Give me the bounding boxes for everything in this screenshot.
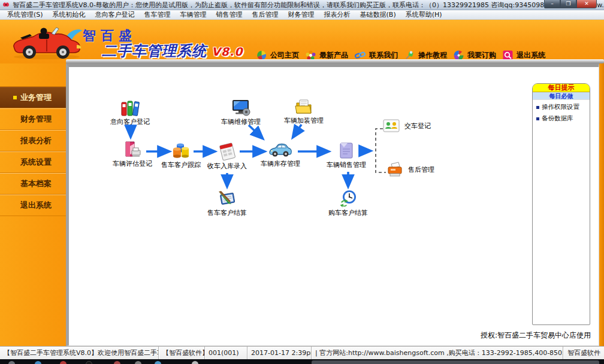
maximize-button[interactable]: ❐ — [560, 0, 576, 8]
magnifier-icon — [503, 50, 513, 60]
menu-finance[interactable]: 财务管理 — [283, 10, 319, 19]
app-icon — [2, 1, 10, 8]
minimize-button[interactable]: – — [544, 0, 560, 8]
sidebar-item-label: 基本档案 — [20, 178, 52, 189]
taskbar-icon[interactable] — [192, 361, 198, 364]
taskbar-icon[interactable] — [114, 361, 120, 364]
folder-printer-icon — [107, 140, 158, 158]
sidebar-item-settings[interactable]: 系统设置 — [0, 151, 66, 172]
sidebar-item-reports[interactable]: 报表分析 — [0, 129, 66, 151]
menu-bar: 系统管理(S) 系统初始化 意向客户登记 售车管理 车辆管理 销售管理 售后管理… — [0, 10, 604, 20]
quicklink-label: 公司主页 — [270, 50, 299, 60]
quicklink-label: 退出系统 — [517, 50, 545, 60]
flow-node-label: 意向客户登记 — [105, 117, 155, 126]
brand-product-title: 二手车管理系统V8.0 — [102, 41, 243, 60]
flow-node-label: 车辆评估登记 — [107, 159, 158, 168]
sidebar-nav: 业务管理 财务管理 报表分析 系统设置 基本档案 退出系统 — [0, 63, 66, 346]
flow-node-label: 售车客户跟踪 — [156, 160, 206, 169]
quicklink-order[interactable]: 我要订购 — [454, 50, 496, 60]
status-brand: 智百盛软件 — [563, 347, 604, 359]
flow-node-delivery-register[interactable]: 交车登记 — [383, 119, 431, 133]
status-operator-code: 001(001) — [205, 347, 247, 359]
pie-chart-icon — [256, 50, 267, 60]
sidebar-divider — [0, 216, 66, 216]
flow-node-label: 售车客户结算 — [202, 208, 252, 217]
sidebar-item-archives[interactable]: 基本档案 — [0, 172, 66, 194]
menu-sales[interactable]: 销售管理 — [212, 10, 247, 19]
flow-node-label: 收车入库录入 — [202, 162, 252, 171]
menu-intent-customer[interactable]: 意向客户登记 — [90, 10, 140, 19]
notebook-pen-icon — [202, 189, 252, 207]
windows-taskbar[interactable] — [0, 359, 604, 364]
window-title: 智百盛二手车管理系统V8.0-尊敬的用户：您使用的是试用版，为防止盗版，软件留有… — [13, 1, 604, 10]
sidebar-item-exit[interactable]: 退出系统 — [0, 194, 66, 216]
database-icon — [156, 141, 206, 159]
flow-node-car-intake[interactable]: 收车入库录入 — [202, 142, 252, 171]
quicklink-homepage[interactable]: 公司主页 — [256, 50, 299, 60]
flow-node-label: 购车客户结算 — [323, 208, 373, 217]
status-datetime: 2017-01-17 2:39pm — [247, 347, 312, 359]
quicklink-tutorial[interactable]: 操作教程 — [404, 50, 447, 60]
app-window: 智百盛二手车管理系统V8.0-尊敬的用户：您使用的是试用版，为防止盗版，软件留有… — [0, 0, 604, 364]
menu-system-management[interactable]: 系统管理(S) — [2, 10, 48, 19]
taskbar-icon[interactable] — [86, 361, 92, 364]
menu-sell-car[interactable]: 售车管理 — [140, 10, 176, 19]
flow-node-label: 交车登记 — [404, 122, 431, 131]
pinwheel-icon — [454, 50, 464, 60]
close-button[interactable]: ✕ — [576, 0, 597, 8]
tips-item-label: 操作权限设置 — [542, 103, 579, 111]
workflow-canvas: 意向客户登记 车辆维修管理 — [66, 63, 599, 346]
sidebar-item-label: 系统设置 — [20, 157, 52, 168]
taskbar-icon[interactable] — [135, 361, 141, 364]
sidebar-item-label: 业务管理 — [20, 92, 52, 103]
quicklink-label: 我要订购 — [467, 50, 496, 60]
tips-item-permission[interactable]: 操作权限设置 — [533, 100, 590, 111]
flow-node-inventory[interactable]: 车辆库存管理 — [255, 140, 306, 168]
flow-node-seller-settlement[interactable]: 售车客户结算 — [202, 189, 252, 217]
flow-node-label: 车辆加装管理 — [279, 116, 329, 125]
flow-node-vehicle-evaluate[interactable]: 车辆评估登记 — [107, 140, 158, 168]
header-divider — [66, 59, 604, 63]
flow-node-vehicle-refit[interactable]: 车辆加装管理 — [279, 97, 329, 125]
quicklink-label: 联系我们 — [369, 50, 398, 60]
sidebar-item-business[interactable]: 业务管理 — [0, 86, 66, 108]
quicklink-exit[interactable]: 退出系统 — [503, 50, 545, 60]
flow-node-label: 车辆维修管理 — [216, 117, 266, 126]
tips-item-backup[interactable]: 备份数据库 — [533, 111, 590, 123]
flow-node-vehicle-repair[interactable]: 车辆维修管理 — [216, 98, 266, 126]
status-software: 【智百盛软件】 — [159, 347, 205, 359]
active-taskbar-button[interactable] — [312, 360, 599, 364]
start-orb-icon[interactable] — [8, 361, 15, 364]
flow-node-sales-management[interactable]: 车辆销售管理 — [321, 141, 372, 169]
menu-help[interactable]: 系统帮助(H) — [401, 10, 447, 19]
quicklink-new-products[interactable]: 最新产品 — [306, 50, 348, 60]
menu-aftersale[interactable]: 售后管理 — [247, 10, 283, 19]
window-controls: – ❐ ✕ — [544, 0, 597, 8]
brand-version: V8.0 — [212, 45, 243, 58]
selected-bullet-icon — [13, 96, 17, 99]
flow-node-intent-register[interactable]: 意向客户登记 — [105, 98, 155, 126]
brand-product-text: 二手车管理系统 — [102, 43, 207, 59]
header-banner: 智百盛 二手车管理系统V8.0 公司主页 — [0, 20, 604, 63]
taskbar-icon[interactable] — [60, 361, 67, 364]
menu-system-init[interactable]: 系统初始化 — [48, 10, 90, 19]
id-card-icon — [383, 119, 400, 133]
pushpin-icon — [404, 50, 415, 60]
taskbar-icon[interactable] — [155, 361, 161, 364]
sidebar-item-finance[interactable]: 财务管理 — [0, 108, 66, 129]
flow-node-aftersale[interactable]: 售后管理 — [386, 162, 434, 177]
bullet-icon — [536, 106, 539, 109]
menu-base-data[interactable]: 基础数据(B) — [355, 10, 401, 19]
flow-node-label: 车辆库存管理 — [255, 159, 306, 168]
flow-node-buyer-settlement[interactable]: 购车客户结算 — [323, 189, 373, 217]
taskbar-icon[interactable] — [35, 361, 41, 364]
orange-printer-icon — [386, 162, 403, 177]
receipt-icon — [202, 142, 252, 160]
status-welcome: 【智百盛二手车管理系统V8.0】欢迎使用智百盛二手车管理系统V8.0... — [0, 347, 159, 359]
blue-car-icon — [255, 140, 306, 158]
menu-vehicle[interactable]: 车辆管理 — [176, 10, 212, 19]
flow-node-seller-tracking[interactable]: 售车客户跟踪 — [156, 141, 206, 169]
menu-reports[interactable]: 报表分析 — [319, 10, 355, 19]
daily-tips-panel: 每日提示 每日必做 操作权限设置 备份数据库 — [532, 83, 590, 325]
quicklink-contact-us[interactable]: 联系我们 — [355, 50, 398, 60]
